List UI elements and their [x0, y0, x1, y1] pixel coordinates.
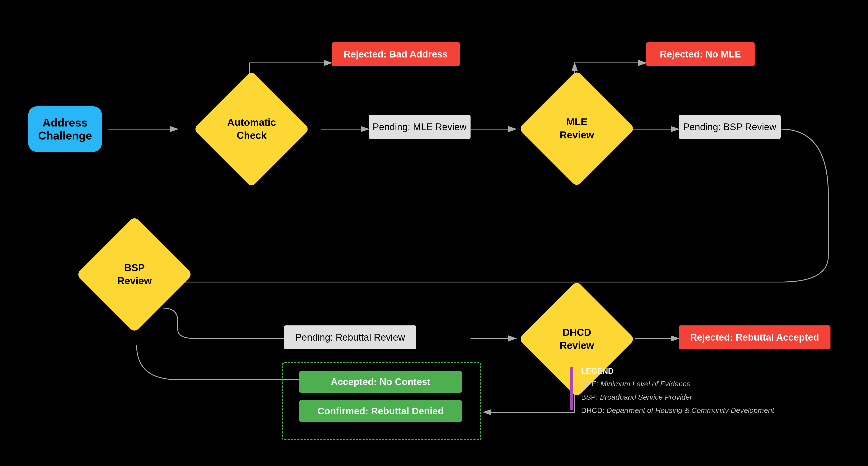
- pending-mle-node: Pending: MLE Review: [369, 115, 470, 139]
- rejected-rebuttal-label: Rejected: Rebuttal Accepted: [690, 332, 819, 343]
- pending-rebuttal-node: Pending: Rebuttal Review: [284, 325, 416, 349]
- address-challenge-label: Address Challenge: [38, 116, 92, 142]
- pending-bsp-label: Pending: BSP Review: [683, 121, 776, 132]
- flowchart: Address Challenge Automatic Check Reject…: [0, 0, 868, 466]
- legend-bar: [570, 367, 573, 410]
- mle-review-label: MLE Review: [560, 116, 594, 141]
- pending-bsp-node: Pending: BSP Review: [679, 115, 781, 139]
- legend-panel: LEGEND MLE: Minimum Level of Evidence BS…: [581, 367, 774, 418]
- automatic-check-label: Automatic Check: [227, 117, 276, 141]
- legend-item-dhcd: DHCD: Department of Housing & Community …: [581, 405, 774, 416]
- rejected-bad-address-node: Rejected: Bad Address: [332, 42, 460, 66]
- legend-title: LEGEND: [581, 367, 774, 376]
- rejected-no-mle-node: Rejected: No MLE: [646, 42, 754, 66]
- mle-review-node: MLE Review: [507, 82, 646, 175]
- confirmed-rebuttal-denied-node: Confirmed: Rebuttal Denied: [299, 400, 462, 422]
- automatic-check-node: Automatic Check: [182, 82, 321, 176]
- address-challenge-node: Address Challenge: [28, 106, 102, 152]
- rejected-bad-address-label: Rejected: Bad Address: [344, 49, 448, 60]
- pending-mle-label: Pending: MLE Review: [373, 121, 467, 132]
- pending-rebuttal-label: Pending: Rebuttal Review: [295, 332, 405, 343]
- legend-item-mle: MLE: Minimum Level of Evidence: [581, 378, 774, 389]
- bsp-review-node: BSP Review: [65, 228, 204, 321]
- accepted-no-contest-label: Accepted: No Contest: [331, 376, 430, 387]
- rejected-rebuttal-node: Rejected: Rebuttal Accepted: [679, 325, 831, 349]
- confirmed-rebuttal-denied-label: Confirmed: Rebuttal Denied: [317, 406, 444, 416]
- bsp-review-label: BSP Review: [117, 262, 152, 286]
- dhcd-review-label: DHCD Review: [560, 327, 594, 351]
- rejected-no-mle-label: Rejected: No MLE: [660, 49, 741, 60]
- legend-item-bsp: BSP: Broadband Service Provider: [581, 391, 774, 403]
- accepted-no-contest-node: Accepted: No Contest: [299, 371, 462, 393]
